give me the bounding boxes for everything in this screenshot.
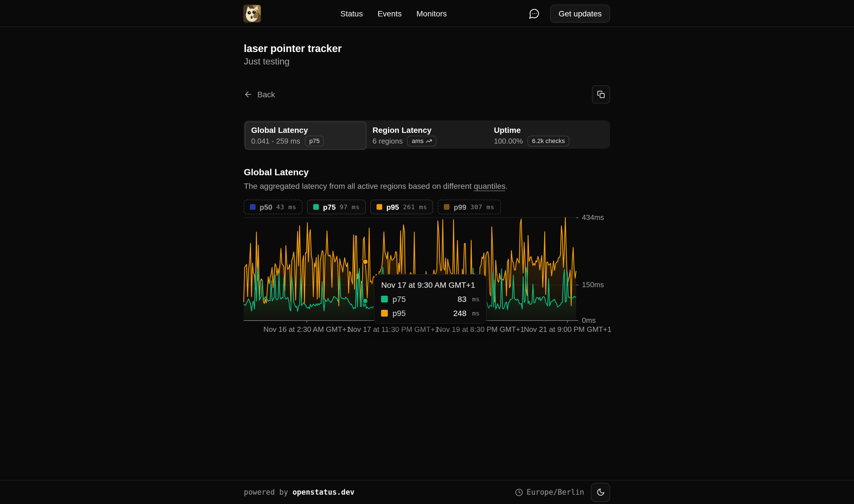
message-bubble-icon (529, 7, 540, 19)
p75-swatch (381, 296, 388, 303)
tab-title: Uptime (494, 125, 603, 135)
timezone-display: Europe/Berlin (515, 488, 584, 497)
p50-swatch (250, 204, 256, 210)
page-description: Just testing (244, 56, 610, 67)
tooltip-series-value: 83 (458, 294, 467, 304)
p75-swatch (313, 204, 319, 210)
trending-up-icon (426, 138, 432, 144)
copy-link-button[interactable] (592, 85, 610, 104)
nav-monitors[interactable]: Monitors (416, 9, 447, 18)
clock-icon (515, 488, 523, 496)
quantiles-link[interactable]: quantiles (474, 181, 506, 191)
legend-toggle-p95[interactable]: p95 261 ms (370, 200, 433, 214)
legend-value: 43 ms (276, 203, 296, 211)
tooltip-title: Nov 17 at 9:30 AM GMT+1 (381, 281, 480, 289)
toolbar: Back (244, 85, 610, 104)
p95-swatch (377, 204, 382, 210)
legend-toggle-p75[interactable]: p75 97 ms (307, 200, 366, 214)
legend-value: 307 ms (470, 203, 495, 211)
legend-label: p50 (260, 203, 273, 211)
section-description-text: The aggregated latency from all active r… (244, 181, 474, 191)
legend-toggle-p99[interactable]: p99 307 ms (438, 200, 501, 214)
get-updates-button[interactable]: Get updates (550, 4, 610, 22)
legend-value: 261 ms (403, 203, 427, 211)
tooltip-row: p95 248 ms (381, 309, 480, 318)
p95-swatch (381, 310, 388, 317)
nav-status[interactable]: Status (340, 9, 363, 18)
tooltip-series-value: 248 (453, 309, 467, 318)
metric-tabs: Global Latency 0.041 - 259 ms p75 Region… (244, 121, 610, 149)
tooltip-series-label: p75 (393, 294, 406, 304)
footer: powered by openstatus.dev Europe/Berlin (0, 480, 854, 504)
moon-icon (597, 488, 605, 497)
cat-avatar-icon (244, 5, 261, 22)
main-nav: Status Events Monitors (340, 9, 447, 18)
tab-global-latency[interactable]: Global Latency 0.041 - 259 ms p75 (245, 122, 366, 150)
legend-label: p99 (454, 203, 467, 211)
back-button[interactable]: Back (244, 90, 275, 99)
main-content: laser pointer tracker Just testing Back (0, 27, 854, 338)
tab-value: 0.041 - 259 ms (251, 137, 300, 145)
y-tick-label: 434ms (582, 214, 604, 222)
status-page: Status Events Monitors Get updates laser… (0, 0, 854, 504)
legend-label: p95 (386, 203, 399, 211)
feedback-button[interactable] (526, 5, 542, 21)
theme-toggle-button[interactable] (591, 483, 610, 502)
tab-title: Region Latency (373, 125, 481, 135)
tab-region-latency[interactable]: Region Latency 6 regions ams (366, 122, 488, 150)
tooltip-series-unit: ms (472, 295, 480, 303)
timezone-label: Europe/Berlin (527, 488, 584, 497)
header: Status Events Monitors Get updates (0, 0, 854, 27)
page-title: laser pointer tracker (244, 42, 610, 55)
region-badge-label: ams (412, 137, 424, 145)
tooltip-row: p75 83 ms (381, 294, 480, 304)
p99-swatch (444, 204, 450, 210)
y-tick-label: 150ms (582, 281, 604, 289)
y-tick-label: 0ms (582, 317, 596, 324)
chart-tooltip: Nov 17 at 9:30 AM GMT+1 p75 83 ms p95 24… (374, 274, 487, 324)
tooltip-series-label: p95 (393, 309, 406, 318)
nav-events[interactable]: Events (377, 9, 402, 18)
checks-badge: 6.2k checks (527, 136, 569, 146)
section-description-period: . (506, 181, 508, 191)
chart-legend: p50 43 ms p75 97 ms p95 261 ms p99 307 m… (244, 200, 610, 214)
tab-value: 100.00% (494, 137, 523, 145)
x-tick-label: Nov 21 at 9:00 PM GMT+1 (524, 325, 612, 334)
legend-label: p75 (323, 203, 336, 211)
x-tick-label: Nov 19 at 8:30 PM GMT+1 (437, 325, 524, 334)
quantile-badge: p75 (305, 136, 324, 146)
tab-uptime[interactable]: Uptime 100.00% 6.2k checks (488, 122, 609, 150)
tab-value: 6 regions (373, 137, 403, 145)
openstatus-link[interactable]: openstatus.dev (293, 488, 355, 497)
legend-toggle-p50[interactable]: p50 43 ms (244, 200, 303, 214)
section-title: Global Latency (244, 166, 610, 179)
x-tick-label: Nov 16 at 2:30 AM GMT+1 (264, 325, 351, 334)
arrow-left-icon (244, 90, 253, 99)
site-logo[interactable] (244, 5, 261, 22)
powered-by-prefix: powered by (244, 488, 293, 497)
latency-chart[interactable]: 434ms150ms0ms Nov 16 at 2:30 AM GMT+1Nov… (244, 218, 610, 338)
x-tick-label: Nov 17 at 11:30 PM GMT+1 (348, 325, 439, 334)
copy-icon (597, 90, 605, 98)
tab-title: Global Latency (251, 125, 360, 135)
powered-by: powered by openstatus.dev (244, 488, 355, 497)
tooltip-series-unit: ms (472, 309, 480, 317)
region-badge: ams (407, 136, 437, 146)
section-description: The aggregated latency from all active r… (244, 180, 610, 192)
back-label: Back (257, 90, 275, 99)
legend-value: 97 ms (340, 203, 360, 211)
